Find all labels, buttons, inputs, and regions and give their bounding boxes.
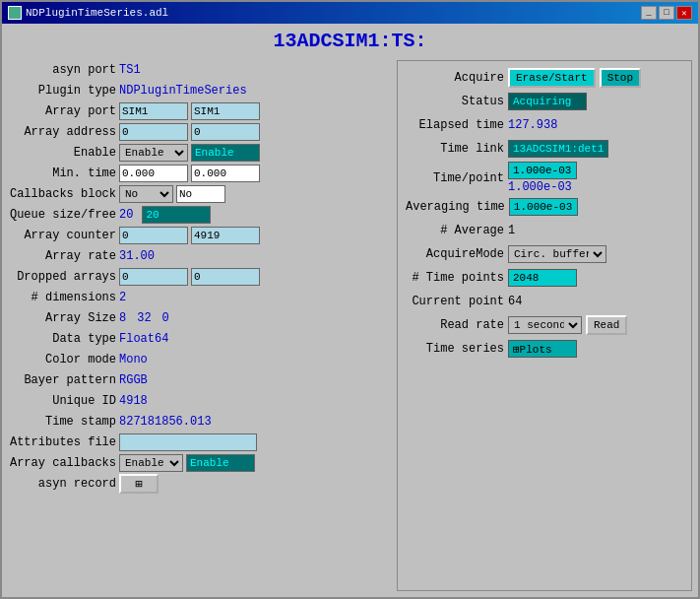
content-area: asyn port TS1 Plugin type NDPluginTimeSe… [2, 56, 698, 597]
window-title: NDPluginTimeSeries.adl [26, 7, 168, 19]
plugin-type-label: Plugin type [8, 84, 116, 98]
dropped-arrays-row: Dropped arrays [8, 267, 391, 287]
curpoint-value: 64 [508, 295, 522, 308]
dropped-arrays-label: Dropped arrays [8, 270, 116, 284]
timepoint-row: Time/point 1.000e-03 1.000e-03 [406, 162, 683, 194]
array-counter-input2[interactable] [191, 227, 260, 244]
acqmode-row: AcquireMode Circ. buffer Fixed length [406, 243, 683, 265]
data-type-label: Data type [8, 332, 116, 346]
array-size-row: Array Size 8 32 0 [8, 308, 391, 328]
dropped-arrays-input2[interactable] [191, 268, 260, 286]
array-port-row: Array port [8, 101, 391, 121]
queue-size-row: Queue size/free 20 20 [8, 205, 391, 225]
main-window: NDPluginTimeSeries.adl _ □ ✕ 13ADCSIM1:T… [0, 0, 700, 599]
maximize-button[interactable]: □ [659, 6, 674, 20]
status-label: Status [406, 95, 504, 108]
array-callbacks-field: Enable [186, 454, 255, 472]
timelink-label: Time link [406, 142, 504, 156]
timepoints-label: # Time points [406, 271, 504, 285]
callbacks-block-label: Callbacks block [8, 187, 116, 201]
array-rate-label: Array rate [8, 249, 116, 263]
array-address-input2[interactable] [191, 123, 260, 141]
timepoint-values: 1.000e-03 1.000e-03 [508, 162, 577, 194]
callbacks-block-row: Callbacks block No Yes [8, 184, 391, 204]
array-size-val1: 8 [119, 311, 126, 325]
right-panel: Acquire Erase/Start Stop Status Acquirin… [397, 60, 692, 591]
dimensions-row: # dimensions 2 [8, 288, 391, 307]
status-row: Status Acquiring [406, 91, 683, 112]
timepoints-value: 2048 [513, 272, 539, 284]
acqmode-select[interactable]: Circ. buffer Fixed length [508, 245, 606, 263]
callbacks-block-field[interactable] [176, 185, 225, 203]
array-rate-value: 31.00 [119, 249, 155, 263]
time-stamp-label: Time stamp [8, 415, 116, 429]
attributes-file-row: Attributes file [8, 433, 391, 452]
title-bar-left: NDPluginTimeSeries.adl [8, 6, 168, 20]
callbacks-block-select[interactable]: No Yes [119, 185, 173, 203]
elapsed-row: Elapsed time 127.938 [406, 114, 683, 136]
avgnum-value: 1 [508, 224, 515, 237]
avgnum-label: # Average [406, 224, 504, 237]
array-callbacks-row: Array callbacks Enable Disable Enable [8, 453, 391, 473]
status-value: Acquiring [513, 96, 571, 107]
data-type-value: Float64 [119, 332, 168, 346]
time-stamp-value: 827181856.013 [119, 415, 212, 429]
close-button[interactable]: ✕ [676, 6, 692, 20]
array-port-input1[interactable] [119, 102, 188, 120]
enable-select[interactable]: Enable Disable [119, 144, 188, 162]
asyn-record-row: asyn record ⊞ [8, 474, 391, 494]
min-time-input2[interactable] [191, 165, 260, 182]
bayer-pattern-row: Bayer pattern RGGB [8, 370, 391, 390]
dimensions-label: # dimensions [8, 291, 116, 304]
min-time-label: Min. time [8, 166, 116, 180]
min-time-input1[interactable] [119, 165, 188, 182]
plots-field[interactable]: ⊞Plots [508, 340, 577, 358]
curpoint-row: Current point 64 [406, 291, 683, 312]
curpoint-label: Current point [406, 295, 504, 308]
readrate-select[interactable]: 1 second 5 seconds 10 seconds [508, 316, 582, 334]
array-callbacks-label: Array callbacks [8, 456, 116, 470]
status-field: Acquiring [508, 93, 587, 110]
array-counter-input1[interactable] [119, 227, 188, 244]
plots-value: ⊞Plots [513, 343, 552, 356]
asyn-record-button[interactable]: ⊞ [119, 474, 159, 494]
array-address-input1[interactable] [119, 123, 188, 141]
avgtime-row: Averaging time 1.000e-03 [406, 196, 683, 218]
avgnum-row: # Average 1 [406, 220, 683, 241]
app-icon [8, 6, 22, 20]
read-button[interactable]: Read [586, 315, 627, 335]
title-bar: NDPluginTimeSeries.adl _ □ ✕ [2, 2, 698, 24]
acquire-row: Acquire Erase/Start Stop [406, 67, 683, 89]
asyn-port-label: asyn port [8, 63, 116, 77]
attributes-file-input[interactable] [119, 433, 257, 451]
array-rate-row: Array rate 31.00 [8, 246, 391, 266]
array-size-label: Array Size [8, 311, 116, 325]
stop-button[interactable]: Stop [600, 68, 641, 88]
acquire-label: Acquire [406, 71, 504, 85]
erase-start-button[interactable]: Erase/Start [508, 68, 596, 88]
array-address-row: Array address [8, 122, 391, 142]
dimensions-value: 2 [119, 291, 126, 304]
array-counter-label: Array counter [8, 229, 116, 242]
title-bar-buttons: _ □ ✕ [641, 6, 692, 20]
asyn-record-label: asyn record [8, 477, 116, 491]
plugin-type-value: NDPluginTimeSeries [119, 84, 247, 98]
dropped-arrays-input1[interactable] [119, 268, 188, 286]
minimize-button[interactable]: _ [641, 6, 657, 20]
left-panel: asyn port TS1 Plugin type NDPluginTimeSe… [8, 60, 391, 591]
array-size-val3: 0 [162, 311, 169, 325]
timepoint-label: Time/point [406, 171, 504, 185]
array-port-input2[interactable] [191, 102, 260, 120]
unique-id-value: 4918 [119, 394, 148, 408]
asyn-port-row: asyn port TS1 [8, 60, 391, 80]
timeseries-label: Time series [406, 342, 504, 356]
queue-free-field: 20 [142, 206, 211, 224]
array-counter-row: Array counter [8, 226, 391, 245]
min-time-row: Min. time [8, 164, 391, 183]
readrate-row: Read rate 1 second 5 seconds 10 seconds … [406, 314, 683, 336]
timepoint-field1: 1.000e-03 [508, 162, 577, 179]
timepoints-field: 2048 [508, 269, 577, 287]
readrate-label: Read rate [406, 318, 504, 332]
color-mode-value: Mono [119, 353, 148, 366]
array-callbacks-select[interactable]: Enable Disable [119, 454, 183, 472]
